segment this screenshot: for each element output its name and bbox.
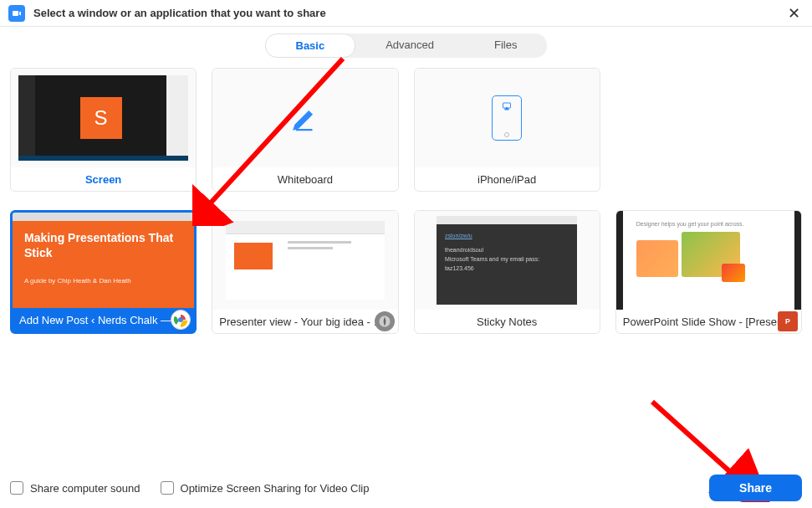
tile-chrome-window[interactable]: Making Presentations That Stick A guide …	[10, 210, 197, 334]
thumb-chrome: Making Presentations That Stick A guide …	[13, 213, 194, 308]
footer: Share computer sound Optimize Screen Sha…	[0, 468, 812, 508]
tab-bar: Basic Advanced Files	[0, 27, 812, 68]
svg-line-10	[652, 402, 736, 477]
tab-basic[interactable]: Basic	[265, 33, 356, 58]
svg-point-3	[179, 318, 183, 322]
tile-presenter-label: Presenter view - Your big idea - G…	[219, 316, 391, 328]
thumb-whiteboard	[212, 69, 397, 167]
chrome-icon	[171, 310, 191, 330]
tile-whiteboard-label: Whiteboard	[219, 173, 391, 186]
svg-text:P: P	[785, 317, 790, 326]
tile-screen-label: Screen	[18, 173, 189, 186]
tile-powerpoint-label: PowerPoint Slide Show - [Present…	[623, 316, 794, 328]
tab-files[interactable]: Files	[464, 33, 547, 58]
svg-marker-1	[505, 107, 509, 110]
tile-screen[interactable]: S Screen	[10, 68, 197, 192]
tile-whiteboard[interactable]: Whiteboard	[212, 68, 398, 192]
tile-iphone-label: iPhone/iPad	[421, 173, 593, 186]
airplay-icon	[501, 101, 513, 111]
zoom-app-icon	[8, 5, 25, 22]
sticky-line-2: theandroidsoul	[445, 245, 569, 254]
checkbox-icon	[10, 481, 23, 495]
tab-advanced[interactable]: Advanced	[355, 33, 464, 58]
checkbox-optimize-video[interactable]: Optimize Screen Sharing for Video Clip	[161, 481, 370, 495]
checkbox-optimize-label: Optimize Screen Sharing for Video Clip	[181, 482, 370, 495]
tile-powerpoint[interactable]: Designer helps you get your point across…	[615, 210, 802, 334]
checkbox-share-sound-label: Share computer sound	[30, 482, 140, 495]
titlebar: Select a window or an application that y…	[0, 0, 812, 27]
globe-icon	[375, 311, 395, 331]
thumb-sticky: zslon/zw/u theandroidsoul Microsoft Team…	[415, 211, 600, 310]
tile-presenter-view[interactable]: Presenter view - Your big idea - G…	[212, 210, 398, 334]
tile-sticky-notes[interactable]: zslon/zw/u theandroidsoul Microsoft Team…	[414, 210, 600, 334]
thumb-iphone	[415, 69, 600, 167]
screen-preview-icon: S	[80, 97, 122, 139]
tile-chrome-label: Add New Post ‹ Nerds Chalk — …	[19, 314, 187, 326]
dialog-title: Select a window or an application that y…	[33, 7, 784, 19]
pencil-icon	[291, 104, 319, 132]
tile-sticky-label: Sticky Notes	[421, 316, 593, 328]
ppt-header-text: Designer helps you get your point across…	[636, 221, 781, 227]
share-source-grid: S Screen Whiteboard iPhone/iPad	[0, 68, 812, 344]
sticky-line-3: Microsoft Teams and my email pass:	[445, 254, 569, 264]
checkbox-icon	[161, 481, 174, 495]
thumb-presenter	[212, 211, 397, 310]
thumb-powerpoint: Designer helps you get your point across…	[616, 211, 801, 310]
slide-subtitle: A guide by Chip Heath & Dan Heath	[24, 277, 182, 285]
device-icon	[492, 95, 522, 141]
slide-title: Making Presentations That Stick	[24, 231, 182, 260]
tab-group: Basic Advanced Files	[265, 33, 548, 58]
sticky-line-4: taz123.456	[445, 264, 569, 273]
close-button[interactable]: ✕	[784, 3, 804, 23]
sticky-line-1: zslon/zw/u	[445, 231, 569, 240]
share-button[interactable]: Share	[709, 475, 802, 501]
thumb-screen: S	[11, 69, 196, 167]
checkbox-share-sound[interactable]: Share computer sound	[10, 481, 140, 495]
powerpoint-icon: P	[778, 311, 798, 331]
tile-iphone-ipad[interactable]: iPhone/iPad	[414, 68, 600, 192]
